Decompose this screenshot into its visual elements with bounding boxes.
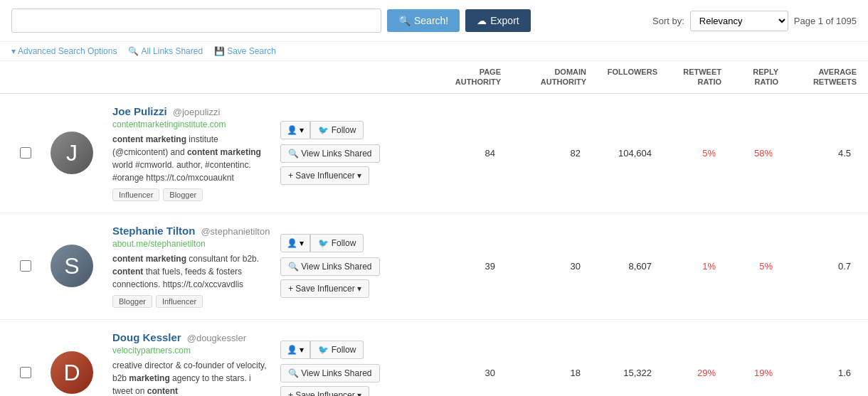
- tag: Blogger: [163, 188, 203, 201]
- influencer-name-1[interactable]: Stephanie Tilton: [112, 225, 195, 237]
- avg-retweets-2: 1.6: [778, 368, 857, 378]
- chevron-icon: ▾: [11, 46, 16, 56]
- actions-cell-1: 👤 ▾ 🐦 Follow 🔍 View Links Shared + Save …: [280, 234, 423, 298]
- checkbox-cell-0: [11, 147, 40, 159]
- person-dropdown-button-0[interactable]: 👤 ▾: [280, 121, 310, 139]
- table-row: D Doug Kessler @dougkessler velocitypart…: [0, 320, 868, 396]
- select-checkbox-2[interactable]: [20, 367, 31, 378]
- top-bar: content marketing 🔍 Search! ☁ Export Sor…: [0, 0, 868, 42]
- reply-ratio-0: 58%: [721, 148, 778, 159]
- page-authority-2: 30: [423, 368, 501, 378]
- advanced-search-link[interactable]: ▾ Advanced Search Options: [11, 46, 117, 56]
- info-cell-1: Stephanie Tilton @stephanietilton about.…: [104, 225, 280, 308]
- person-dropdown-button-2[interactable]: 👤 ▾: [280, 341, 310, 359]
- sub-bar: ▾ Advanced Search Options 🔍 All Links Sh…: [0, 42, 868, 61]
- search-small-icon: 🔍: [128, 46, 139, 56]
- retweet-ratio-2: 29%: [657, 368, 721, 378]
- page-authority-1: 39: [423, 261, 501, 272]
- table-row: S Stephanie Tilton @stephanietilton abou…: [0, 213, 868, 320]
- table-row: J Joe Pulizzi @joepulizzi contentmarketi…: [0, 94, 868, 213]
- tag: Blogger: [112, 295, 152, 308]
- tag: Influencer: [156, 295, 203, 308]
- search-icon: 🔍: [398, 15, 411, 26]
- table-header: PAGEAUTHORITY DOMAINAUTHORITY FOLLOWERS …: [0, 61, 868, 94]
- tag: Influencer: [112, 188, 159, 201]
- sort-label: Sort by:: [652, 16, 684, 26]
- influencer-list: J Joe Pulizzi @joepulizzi contentmarketi…: [0, 94, 868, 396]
- view-links-button-0[interactable]: 🔍 View Links Shared: [280, 144, 380, 163]
- followers-0: 104,604: [586, 148, 657, 159]
- col-reply-ratio: REPLYRATIO: [721, 67, 778, 87]
- profile-url-0[interactable]: contentmarketinginstitute.com: [112, 119, 272, 129]
- actions-cell-2: 👤 ▾ 🐦 Follow 🔍 View Links Shared + Save …: [280, 341, 423, 396]
- domain-authority-1: 30: [501, 261, 586, 272]
- avatar-cell-0: J: [40, 132, 104, 174]
- avatar-cell-2: D: [40, 351, 104, 394]
- save-search-link[interactable]: 💾 Save Search: [214, 46, 276, 56]
- checkbox-cell-1: [11, 260, 40, 272]
- col-domain-authority: DOMAINAUTHORITY: [501, 67, 586, 87]
- page-info: Page 1 of 1095: [794, 16, 857, 26]
- tags-1: BloggerInfluencer: [112, 295, 272, 308]
- influencer-handle-1: @stephanietilton: [201, 226, 270, 237]
- export-button[interactable]: ☁ Export: [465, 9, 530, 32]
- person-dropdown-button-1[interactable]: 👤 ▾: [280, 234, 310, 252]
- reply-ratio-1: 5%: [721, 261, 778, 272]
- followers-2: 15,322: [586, 368, 657, 378]
- bio-0: content marketing institute (@cmicontent…: [112, 133, 272, 184]
- influencer-handle-2: @dougkessler: [187, 333, 246, 343]
- col-followers: FOLLOWERS: [586, 67, 657, 87]
- search-input[interactable]: content marketing: [11, 9, 381, 33]
- save-influencer-button-0[interactable]: + Save Influencer ▾: [280, 166, 369, 185]
- bio-2: creative director & co-founder of veloci…: [112, 359, 272, 396]
- sort-area: Sort by: Relevancy Page Authority Domain…: [652, 11, 857, 31]
- follow-button-1[interactable]: 🐦 Follow: [310, 234, 364, 252]
- select-checkbox-1[interactable]: [20, 260, 31, 272]
- save-influencer-button-1[interactable]: + Save Influencer ▾: [280, 279, 369, 298]
- export-label: Export: [490, 15, 519, 26]
- col-avg-retweets: AVERAGERETWEETS: [778, 67, 857, 87]
- col-retweet-ratio: RETWEETRATIO: [657, 67, 721, 87]
- avatar-1: S: [51, 245, 93, 287]
- avatar-2: D: [51, 351, 93, 394]
- actions-cell-0: 👤 ▾ 🐦 Follow 🔍 View Links Shared + Save …: [280, 121, 423, 185]
- influencer-name-0[interactable]: Joe Pulizzi: [112, 105, 167, 117]
- avg-retweets-0: 4.5: [778, 148, 857, 159]
- view-links-button-1[interactable]: 🔍 View Links Shared: [280, 257, 380, 276]
- bio-1: content marketing consultant for b2b. co…: [112, 252, 272, 291]
- info-cell-0: Joe Pulizzi @joepulizzi contentmarketing…: [104, 105, 280, 201]
- avatar-0: J: [51, 132, 93, 174]
- col-page-authority: PAGEAUTHORITY: [423, 67, 501, 87]
- info-cell-2: Doug Kessler @dougkessler velocitypartne…: [104, 331, 280, 396]
- domain-authority-0: 82: [501, 148, 586, 159]
- checkbox-cell-2: [11, 367, 40, 378]
- retweet-ratio-1: 1%: [657, 261, 721, 272]
- reply-ratio-2: 19%: [721, 368, 778, 378]
- save-influencer-button-2[interactable]: + Save Influencer ▾: [280, 386, 369, 396]
- avg-retweets-1: 0.7: [778, 261, 857, 272]
- followers-1: 8,607: [586, 261, 657, 272]
- view-links-button-2[interactable]: 🔍 View Links Shared: [280, 364, 380, 382]
- select-checkbox-0[interactable]: [20, 147, 31, 159]
- follow-button-0[interactable]: 🐦 Follow: [310, 121, 364, 139]
- tags-0: InfluencerBlogger: [112, 188, 272, 201]
- profile-url-1[interactable]: about.me/stephanietilton: [112, 239, 272, 249]
- influencer-handle-0: @joepulizzi: [173, 107, 221, 117]
- retweet-ratio-0: 5%: [657, 148, 721, 159]
- influencer-name-2[interactable]: Doug Kessler: [112, 331, 181, 343]
- profile-url-2[interactable]: velocitypartners.com: [112, 346, 272, 355]
- follow-button-2[interactable]: 🐦 Follow: [310, 341, 364, 359]
- save-icon: 💾: [214, 46, 225, 56]
- page-authority-0: 84: [423, 148, 501, 159]
- search-label: Search!: [414, 15, 448, 26]
- domain-authority-2: 18: [501, 368, 586, 378]
- export-icon: ☁: [477, 15, 487, 26]
- search-button[interactable]: 🔍 Search!: [387, 9, 460, 32]
- avatar-cell-1: S: [40, 245, 104, 287]
- all-links-link[interactable]: 🔍 All Links Shared: [128, 46, 203, 56]
- sort-select[interactable]: Relevancy Page Authority Domain Authorit…: [690, 11, 788, 31]
